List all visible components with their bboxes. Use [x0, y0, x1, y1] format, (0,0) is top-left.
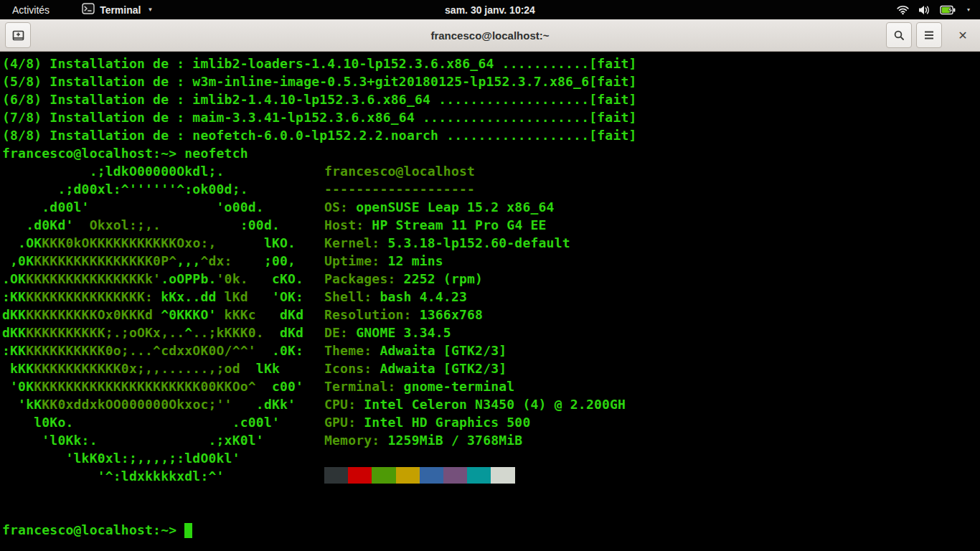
activities-button[interactable]: Activités	[0, 0, 62, 19]
neofetch-info: francesco@localhost ------------------- …	[324, 162, 626, 449]
focused-app-menu[interactable]: Terminal ▼	[82, 0, 153, 19]
neofetch-color-blocks	[324, 467, 515, 484]
close-button[interactable]: ✕	[946, 19, 980, 52]
system-status-area[interactable]: ▾	[887, 0, 980, 19]
clock[interactable]: sam. 30 janv. 10:24	[445, 4, 535, 16]
terminal-cursor[interactable]	[184, 523, 192, 538]
terminal-header-bar: francesco@localhost:~ ✕	[0, 19, 980, 52]
terminal-viewport[interactable]: (4/8) Installation de : imlib2-loaders-1…	[0, 52, 980, 551]
window-title: francesco@localhost:~	[0, 19, 980, 52]
terminal-palette-swatch	[467, 467, 491, 484]
top-bar: Activités Terminal ▼ sam. 30 janv. 10:24	[0, 0, 980, 19]
terminal-palette-swatch	[396, 467, 420, 484]
battery-charging-icon	[940, 5, 956, 15]
chevron-down-icon: ▼	[147, 6, 153, 13]
neofetch-ascii-logo: .;ldkO00000Okdl;. .;d00xl:^''''''^:ok00d…	[2, 162, 303, 485]
terminal-palette-swatch	[491, 467, 514, 484]
terminal-palette-swatch	[420, 467, 443, 484]
focused-app-label: Terminal	[100, 4, 141, 16]
menu-button[interactable]	[916, 22, 942, 48]
wifi-icon	[897, 5, 909, 15]
terminal-palette-swatch	[443, 467, 467, 484]
volume-icon	[918, 5, 930, 15]
terminal-app-icon	[82, 3, 95, 17]
terminal-scrollback: (4/8) Installation de : imlib2-loaders-1…	[2, 55, 637, 162]
screen: Activités Terminal ▼ sam. 30 janv. 10:24	[0, 0, 980, 551]
terminal-palette-swatch	[372, 467, 395, 484]
shell-prompt: francesco@localhost:~>	[2, 521, 192, 539]
chevron-down-icon: ▾	[967, 6, 970, 13]
search-button[interactable]	[886, 22, 912, 48]
terminal-palette-swatch	[324, 467, 348, 484]
terminal-palette-swatch	[348, 467, 372, 484]
new-tab-button[interactable]	[5, 22, 31, 48]
